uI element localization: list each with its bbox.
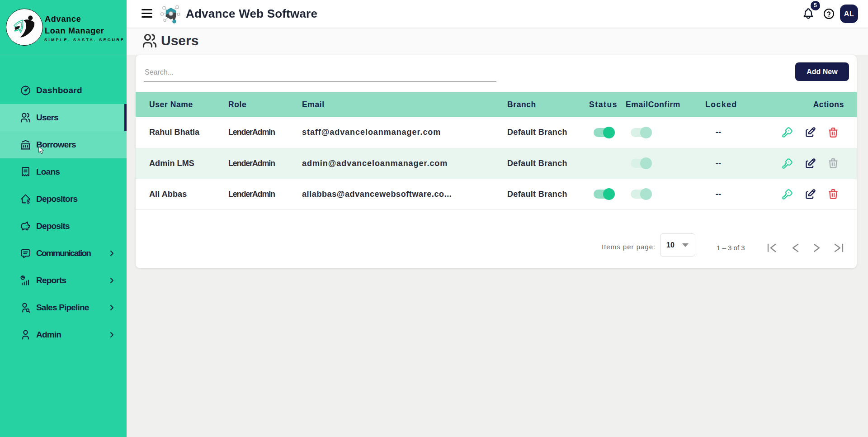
svg-text:$: $ xyxy=(21,25,24,30)
svg-text:$: $ xyxy=(27,199,30,204)
